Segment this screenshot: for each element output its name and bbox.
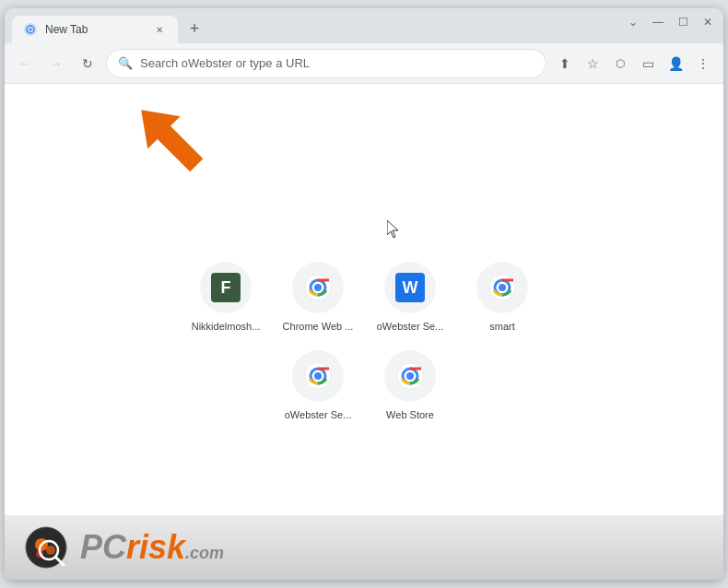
pc-text: PC [80,528,126,566]
reload-icon: ↻ [82,56,93,71]
arrow-annotation [115,93,226,189]
com-text: .com [185,544,224,562]
arrow-icon [115,93,226,185]
new-tab-page: F Nikkidelmosh... [5,84,723,580]
svg-point-2 [29,29,32,31]
close-button[interactable]: ✕ [703,16,712,29]
svg-point-20 [46,546,55,555]
search-icon: 🔍 [118,56,133,70]
share-icon: ⬆ [559,56,570,71]
tab-close-button[interactable]: ✕ [152,22,167,37]
minimize-button[interactable]: — [652,16,663,29]
pcrisk-watermark: PCrisk.com [5,515,723,580]
extensions-icon: ⬡ [616,57,625,70]
svg-point-16 [406,372,414,380]
shortcut-owebster-se-2-label: oWebster Se... [281,409,355,420]
bookmark-icon: ☆ [587,56,599,71]
risk-text: risk [126,528,185,566]
shortcut-owebster-se-1[interactable]: W oWebster Se... [373,262,447,332]
active-tab[interactable]: New Tab ✕ [12,16,178,43]
shortcut-chrome-web-1[interactable]: Chrome Web ... [281,262,355,332]
pcrisk-logo-icon [23,524,69,570]
back-icon: ← [18,56,31,71]
svg-marker-4 [125,94,213,182]
shortcut-nikkidelmosh-label: Nikkidelmosh... [189,321,263,332]
profile-button[interactable]: 👤 [663,51,688,76]
profile-icon: 👤 [668,56,684,71]
shortcut-smart-icon-wrapper [476,262,528,313]
forward-button[interactable]: → [43,51,69,76]
shortcut-web-store[interactable]: Web Store [373,350,447,420]
address-text: Search oWebster or type a URL [140,56,534,70]
owebster-favicon: W [395,273,425,302]
title-bar: New Tab ✕ + ⌄ — ☐ ✕ [5,8,723,43]
back-button[interactable]: ← [12,51,38,76]
menu-icon: ⋮ [697,56,710,71]
shortcuts-container: F Nikkidelmosh... [189,262,539,420]
shortcut-owebster-se-1-icon-wrapper: W [384,262,436,313]
reload-button[interactable]: ↻ [75,51,100,76]
shortcut-nikkidelmosh-icon-wrapper: F [200,262,252,313]
page-content: F Nikkidelmosh... [5,84,723,580]
cast-button[interactable]: ▭ [635,51,661,76]
web-store-favicon [395,361,425,391]
shortcut-web-store-icon-wrapper [384,350,436,402]
shortcut-smart-label: smart [465,321,539,332]
nav-bar: ← → ↻ 🔍 Search oWebster or type a URL ⬆ … [5,43,723,84]
bookmark-button[interactable]: ☆ [580,51,605,76]
pcrisk-text: PCrisk.com [80,528,224,566]
extensions-button[interactable]: ⬡ [607,51,633,76]
svg-point-10 [499,284,506,291]
shortcut-owebster-se-2-icon-wrapper [292,350,344,402]
forward-icon: → [50,56,63,71]
shortcuts-row-1: F Nikkidelmosh... [189,262,539,332]
owebster-se-2-favicon [303,361,333,391]
window-controls: ⌄ — ☐ ✕ [628,16,712,29]
shortcut-smart[interactable]: smart [465,262,539,332]
address-bar[interactable]: 🔍 Search oWebster or type a URL [106,49,546,78]
shortcut-chrome-web-1-label: Chrome Web ... [281,321,355,332]
svg-point-7 [314,284,322,291]
share-button[interactable]: ⬆ [552,51,578,76]
smart-favicon [487,273,517,302]
svg-point-13 [314,372,322,380]
nikkidelmosh-favicon: F [211,273,241,302]
shortcut-nikkidelmosh[interactable]: F Nikkidelmosh... [189,262,263,332]
maximize-button[interactable]: ☐ [678,16,688,29]
menu-button[interactable]: ⋮ [690,51,716,76]
new-tab-button[interactable]: + [182,16,207,41]
cast-icon: ▭ [642,56,654,71]
svg-marker-17 [387,220,398,238]
browser-window: New Tab ✕ + ⌄ — ☐ ✕ ← → ↻ 🔍 Search oWebs… [5,8,723,580]
shortcut-owebster-se-2[interactable]: oWebster Se... [281,350,355,420]
chrome-favicon-1 [303,273,333,302]
shortcut-chrome-web-1-icon-wrapper [292,262,344,313]
tab-favicon-icon [23,22,38,37]
tab-title: New Tab [45,23,145,36]
nav-actions: ⬆ ☆ ⬡ ▭ 👤 ⋮ [552,51,716,76]
chevron-down-icon[interactable]: ⌄ [628,16,638,29]
shortcut-owebster-se-1-label: oWebster Se... [373,321,447,332]
shortcut-web-store-label: Web Store [373,409,447,420]
pcrisk-text-container: PCrisk.com [80,528,224,567]
shortcuts-row-2: oWebster Se... [281,350,447,420]
